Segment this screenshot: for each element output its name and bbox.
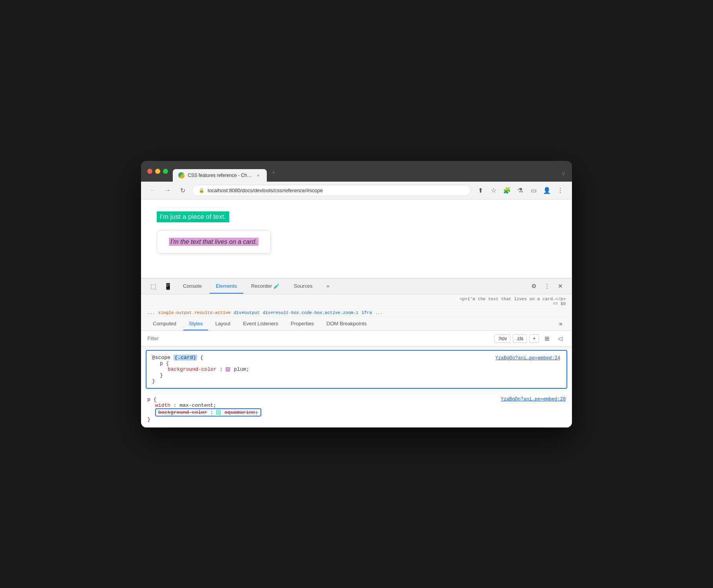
selected-element-bar: <p>I'm the text that lives on a card.</p…: [141, 294, 572, 309]
sources-tab-label: Sources: [294, 283, 313, 289]
settings-icon[interactable]: ⚙: [528, 281, 539, 292]
add-style-button[interactable]: +: [529, 334, 539, 343]
max-content-value: max-content;: [179, 402, 216, 408]
sidebar-icon[interactable]: ▭: [528, 185, 539, 196]
computed-tab-label: Computed: [153, 321, 176, 326]
tab-sources[interactable]: Sources: [288, 279, 319, 294]
recorder-tab-label: Recorder 🧪: [251, 283, 280, 289]
scope-selector-line: p {: [152, 361, 561, 366]
properties-tab-label: Properties: [291, 321, 314, 326]
bookmark-icon[interactable]: ☆: [488, 185, 499, 196]
console-tab-label: Console: [183, 283, 202, 289]
devtools-toolbar: ⬚ 📱 Console Elements Recorder 🧪 Sources …: [141, 279, 572, 294]
share-icon[interactable]: ⬆: [475, 185, 486, 196]
tab-more[interactable]: »: [320, 279, 336, 294]
hov-button[interactable]: :hov: [494, 334, 510, 343]
url-bar[interactable]: 🔒 localhost:8080/docs/devtools/css/refer…: [192, 185, 471, 196]
tab-layout[interactable]: Layout: [210, 317, 236, 330]
demo-card-text: I'm the text that lives on a card.: [169, 238, 259, 246]
devtools-panel: ⬚ 📱 Console Elements Recorder 🧪 Sources …: [141, 278, 572, 427]
tab-favicon: [178, 172, 185, 179]
breadcrumb-dots: ...: [147, 310, 155, 315]
element-picker-icon[interactable]: ⬚: [147, 279, 159, 294]
width-property: width: [155, 402, 170, 408]
tab-recorder[interactable]: Recorder 🧪: [245, 279, 286, 294]
layout-tab-label: Layout: [215, 321, 230, 326]
new-style-rule-icon[interactable]: ⊞: [541, 333, 552, 344]
demo-card: I'm the text that lives on a card.: [157, 230, 271, 254]
aquamarine-swatch[interactable]: [216, 410, 221, 415]
outer-close-brace: }: [152, 378, 561, 384]
traffic-lights: [147, 169, 168, 179]
device-mode-icon[interactable]: 📱: [161, 279, 175, 294]
new-tab-button[interactable]: +: [268, 166, 279, 182]
reload-icon: ↻: [180, 187, 185, 194]
toolbar-icons: ⬆ ☆ 🧩 ⚗ ▭ 👤 ⋮: [475, 185, 566, 196]
active-tab[interactable]: CSS features reference - Chro… ×: [173, 169, 267, 182]
selected-element-code: <p>I'm the text that lives on a card.</p…: [460, 297, 566, 301]
tab-dom-breakpoints[interactable]: DOM Breakpoints: [321, 317, 372, 330]
filter-bar: :hov .cls + ⊞ ◁: [141, 331, 572, 347]
tab-overflow-button[interactable]: ∨: [561, 170, 566, 182]
devtools-toolbar-right: ⚙ ⋮ ✕: [528, 281, 566, 292]
tabs-bar: CSS features reference - Chro… × + ∨: [173, 166, 566, 182]
styles-tabs: Computed Styles Layout Event Listeners P…: [141, 317, 572, 331]
at-scope-keyword: @scope: [152, 355, 170, 361]
breadcrumb-single-output[interactable]: single-output.results-active: [158, 310, 231, 315]
bg-color-strikethrough-property: background-color: [158, 409, 207, 415]
breadcrumb-result-box[interactable]: div#result-box.code-box.active.zoom-1: [263, 310, 358, 315]
css-rule-p: YzaBqOo?ani…pe=embed:28 p { width : max-…: [141, 392, 572, 427]
tab-close-button[interactable]: ×: [255, 172, 261, 179]
page-content: I'm just a piece of text. I'm the text t…: [141, 200, 572, 278]
back-icon: ←: [150, 187, 156, 194]
elements-tab-label: Elements: [216, 283, 237, 289]
forward-icon: →: [165, 187, 171, 194]
p-close-brace: }: [147, 417, 566, 422]
browser-window: CSS features reference - Chro… × + ∨ ← →…: [141, 161, 572, 427]
more-tabs-label: »: [327, 283, 329, 289]
p-selector: p {: [160, 361, 169, 366]
close-devtools-icon[interactable]: ✕: [555, 281, 566, 292]
back-button[interactable]: ←: [147, 185, 158, 196]
tab-properties[interactable]: Properties: [285, 317, 319, 330]
styles-tab-label: Styles: [189, 321, 203, 326]
flask-icon[interactable]: ⚗: [515, 185, 526, 196]
background-color-property: background-color: [168, 366, 217, 372]
p-selector-2: p {: [147, 397, 156, 402]
css-rules-panel: YzaBqOo?ani…pe=embed:24 @scope (.card) {…: [141, 350, 572, 427]
reload-button[interactable]: ↻: [177, 185, 188, 196]
rule-source-2[interactable]: YzaBqOo?ani…pe=embed:28: [501, 397, 566, 402]
menu-icon[interactable]: ⋮: [555, 185, 566, 196]
event-listeners-tab-label: Event Listeners: [243, 321, 278, 326]
tab-elements[interactable]: Elements: [210, 279, 243, 294]
cls-button[interactable]: .cls: [513, 334, 527, 343]
address-bar: ← → ↻ 🔒 localhost:8080/docs/devtools/css…: [141, 182, 572, 200]
lock-icon: 🔒: [199, 188, 204, 193]
profile-icon[interactable]: 👤: [541, 185, 552, 196]
close-traffic-light[interactable]: [147, 169, 152, 174]
dom-breakpoints-tab-label: DOM Breakpoints: [326, 321, 367, 326]
variable-label: == $0: [147, 301, 566, 306]
tab-console[interactable]: Console: [177, 279, 208, 294]
minimize-traffic-light[interactable]: [155, 169, 160, 174]
tab-event-listeners[interactable]: Event Listeners: [237, 317, 284, 330]
url-text: localhost:8080/docs/devtools/css/referen…: [208, 188, 464, 193]
inspect-element-icon[interactable]: ◁: [555, 333, 566, 344]
width-property-line: width : max-content;: [147, 402, 566, 408]
tab-styles[interactable]: Styles: [183, 317, 208, 330]
strikethrough-rule-box: background-color : aquamarine;: [155, 408, 261, 417]
filter-input[interactable]: [147, 335, 491, 341]
devtools-menu-icon[interactable]: ⋮: [541, 281, 552, 292]
breadcrumb-end-dots: ...: [375, 310, 383, 315]
maximize-traffic-light[interactable]: [163, 169, 168, 174]
styles-tabs-overflow[interactable]: »: [556, 317, 566, 330]
rule-source-1[interactable]: YzaBqOo?ani…pe=embed:24: [495, 355, 560, 361]
forward-button[interactable]: →: [162, 185, 173, 196]
extension-icon[interactable]: 🧩: [501, 185, 512, 196]
breadcrumb-output[interactable]: div#output: [234, 310, 260, 315]
breadcrumb-iframe[interactable]: ifra: [362, 310, 372, 315]
tab-computed[interactable]: Computed: [147, 317, 182, 330]
bg-color-strikethrough-line: background-color : aquamarine;: [147, 408, 566, 417]
breadcrumb-path: ... single-output.results-active div#out…: [141, 309, 572, 317]
plum-swatch[interactable]: [226, 367, 230, 372]
